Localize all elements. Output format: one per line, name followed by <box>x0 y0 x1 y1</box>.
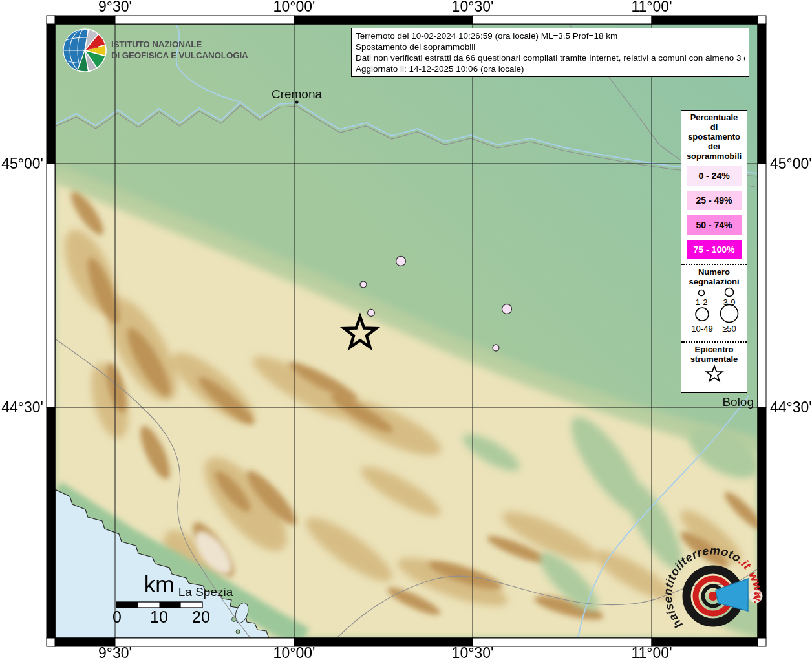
updated-timestamp: Aggiornato il: 14-12-2025 10:06 (ora loc… <box>356 63 745 74</box>
felt-map-page: 9°30' 10°00' 10°30' 11°00' 9°30' 10°00' … <box>0 0 812 662</box>
observation-point <box>396 257 406 266</box>
city-label-la-spezia: La Spezia <box>178 585 233 599</box>
legend-title-line: di <box>681 122 747 132</box>
legend-swatch-50-74: 50 - 74% <box>687 215 742 235</box>
legend-title-line: soprammobili <box>681 151 747 161</box>
axis-label-bottom: 11°00' <box>631 645 672 661</box>
count-circle-10-49 <box>696 308 709 321</box>
data-note: Dati non verificati estratti da 66 quest… <box>356 52 745 63</box>
legend-swatch-label: 50 - 74% <box>696 220 732 230</box>
legend-swatch-label: 75 - 100% <box>694 244 735 255</box>
axis-label-top: 11°00' <box>631 0 672 15</box>
earthquake-info-box: Terremoto del 10-02-2024 10:26:59 (ora l… <box>351 28 749 77</box>
count-label: 3-9 <box>723 297 735 307</box>
observation-point <box>360 281 367 288</box>
count-label: 1-2 <box>695 297 707 307</box>
ingv-name-line2: DI GEOFISICA E VULCANOLOGIA <box>111 50 248 61</box>
axis-label-top: 10°30' <box>452 0 494 15</box>
ingv-name-line1: ISTITUTO NAZIONALE <box>111 39 248 50</box>
scale-unit-label: km <box>144 571 175 597</box>
legend-title-line: Epicentro <box>681 345 747 354</box>
legend-percent-title: Percentuale di spostamento dei soprammob… <box>681 111 747 161</box>
axis-label-left: 45°00' <box>1 155 43 172</box>
count-circle-3-9 <box>725 288 733 297</box>
scale-tick-label: 20 <box>192 608 210 626</box>
city-label-bologna: Bolog <box>722 395 754 409</box>
star-icon <box>706 366 722 381</box>
axis-label-top: 9°30' <box>98 0 132 15</box>
count-label: ≥50 <box>722 324 736 334</box>
axis-label-bottom: 10°00' <box>273 645 315 661</box>
scale-tick-label: 0 <box>112 608 122 626</box>
legend-swatch-25-49: 25 - 49% <box>687 191 742 210</box>
earthquake-title: Terremoto del 10-02-2024 10:26:59 (ora l… <box>356 30 745 41</box>
axis-label-top: 10°00' <box>273 0 315 15</box>
observation-point <box>493 345 499 351</box>
legend: Percentuale di spostamento dei soprammob… <box>681 110 747 393</box>
legend-title-line: strumentale <box>681 354 747 364</box>
axis-label-left: 44°30' <box>1 399 43 416</box>
axis-label-bottom: 9°30' <box>98 645 132 661</box>
count-circle-1-2 <box>698 290 704 296</box>
axis-label-right: 44°30' <box>770 399 812 416</box>
legend-title-line: dei <box>681 142 747 151</box>
observation-point <box>502 304 512 314</box>
axis-label-right: 45°00' <box>770 155 812 172</box>
map-subject: Spostamento dei soprammobili <box>356 41 745 52</box>
legend-title-line: spostamento <box>681 132 747 142</box>
legend-counts-title: Numero segnalazioni <box>681 265 747 286</box>
ingv-globe-icon <box>63 29 106 72</box>
legend-epicenter-symbol <box>701 364 727 386</box>
observation-point <box>368 310 375 317</box>
city-label-cremona: Cremona <box>272 87 323 101</box>
legend-swatch-label: 0 - 24% <box>698 171 729 181</box>
ingv-wordmark: ISTITUTO NAZIONALE DI GEOFISICA E VULCAN… <box>111 39 248 61</box>
legend-count-symbols: 1-2 3-9 10-49 ≥50 <box>683 286 745 334</box>
count-circle-50plus <box>720 305 738 323</box>
city-marker-cremona <box>295 100 298 103</box>
count-label: 10-49 <box>691 324 712 334</box>
legend-title-line: Percentuale <box>681 112 747 122</box>
axis-label-bottom: 10°30' <box>452 645 494 661</box>
legend-swatch-75-100: 75 - 100% <box>687 240 742 259</box>
legend-swatch-0-24: 0 - 24% <box>687 166 742 186</box>
legend-swatch-label: 25 - 49% <box>696 195 732 206</box>
legend-title-line: segnalazioni <box>681 277 747 286</box>
legend-epicenter-title: Epicentro strumentale <box>681 343 747 364</box>
legend-title-line: Numero <box>681 267 747 277</box>
scale-tick-label: 10 <box>150 608 168 626</box>
